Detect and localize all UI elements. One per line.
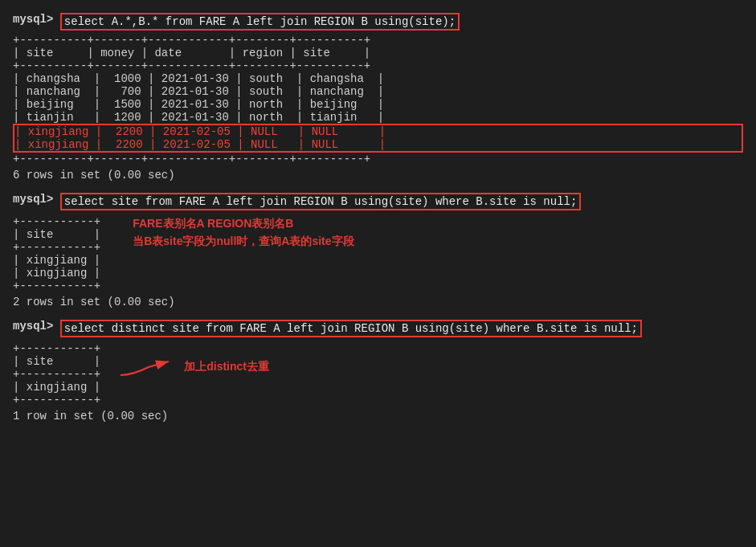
section2-annotation: FARE表别名A REGION表别名B 当B表site字段为null时，查询A表… xyxy=(133,217,353,249)
section1-sep3: +----------+-------+------------+-------… xyxy=(13,153,743,165)
section1-prompt-line: mysql> select A.*,B.* from FARE A left j… xyxy=(13,13,743,31)
section3-result: 1 row in set (0.00 sec) xyxy=(13,410,743,422)
section3-prompt-line: mysql> select distinct site from FARE A … xyxy=(13,320,743,337)
section2-prompt-line: mysql> select site from FARE A left join… xyxy=(13,193,743,210)
prompt1: mysql> xyxy=(13,13,53,26)
section2-sql-box: select site from FARE A left join REGION… xyxy=(60,193,582,210)
terminal-container: mysql> select A.*,B.* from FARE A left j… xyxy=(13,13,743,422)
table-row: | xingjiang | xyxy=(13,254,100,267)
section2-header: | site | xyxy=(13,228,100,241)
section2-table: +-----------+ | site | +-----------+ | x… xyxy=(13,215,100,292)
section3-sql-box: select distinct site from FARE A left jo… xyxy=(60,320,642,337)
table-row: | nanchang | 700 | 2021-01-30 | south | … xyxy=(13,85,743,98)
annotation-line1: FARE表别名A REGION表别名B xyxy=(133,217,353,231)
table-row-highlight: | xingjiang | 2200 | 2021-02-05 | NULL |… xyxy=(13,124,743,138)
section2-sep2: +-----------+ xyxy=(13,241,100,254)
arrow-icon xyxy=(116,355,181,379)
section3-annotation: 加上distinct去重 xyxy=(116,355,269,379)
section3-sql: select distinct site from FARE A left jo… xyxy=(64,322,638,335)
section2-result: 2 rows in set (0.00 sec) xyxy=(13,296,743,308)
section3-sep1: +-----------+ xyxy=(13,342,100,355)
section3: mysql> select distinct site from FARE A … xyxy=(13,320,743,422)
section1-result: 6 rows in set (0.00 sec) xyxy=(13,169,743,182)
table-row-highlight: | xingjiang | 2200 | 2021-02-05 | NULL |… xyxy=(13,138,743,153)
table-row: | beijing | 1500 | 2021-01-30 | north | … xyxy=(13,98,743,111)
section3-header: | site | xyxy=(13,355,100,368)
section3-sep2: +-----------+ xyxy=(13,368,100,381)
prompt2: mysql> xyxy=(13,193,53,206)
prompt3: mysql> xyxy=(13,320,53,333)
section1-sql-box: select A.*,B.* from FARE A left join REG… xyxy=(60,13,460,31)
table-row: | changsha | 1000 | 2021-01-30 | south |… xyxy=(13,72,743,85)
section1-sql: select A.*,B.* from FARE A left join REG… xyxy=(64,15,456,28)
table-row: | xingjiang | xyxy=(13,267,100,280)
section2-sep3: +-----------+ xyxy=(13,280,100,292)
section2-sep1: +-----------+ xyxy=(13,215,100,228)
section1: mysql> select A.*,B.* from FARE A left j… xyxy=(13,13,743,182)
section1-table: +----------+-------+------------+-------… xyxy=(13,34,743,165)
table-row: | tianjin | 1200 | 2021-01-30 | north | … xyxy=(13,111,743,124)
section3-table: +-----------+ | site | +-----------+ | x… xyxy=(13,342,100,406)
section3-sep3: +-----------+ xyxy=(13,394,100,406)
table-row: | xingjiang | xyxy=(13,381,100,394)
section1-header: | site | money | date | region | site | xyxy=(13,47,743,59)
section1-sep1: +----------+-------+------------+-------… xyxy=(13,34,743,47)
section1-sep2: +----------+-------+------------+-------… xyxy=(13,59,743,72)
section3-annotation-text: 加上distinct去重 xyxy=(184,360,269,374)
section2-sql: select site from FARE A left join REGION… xyxy=(64,195,578,208)
annotation-line2: 当B表site字段为null时，查询A表的site字段 xyxy=(133,235,353,249)
section2: mysql> select site from FARE A left join… xyxy=(13,193,743,308)
